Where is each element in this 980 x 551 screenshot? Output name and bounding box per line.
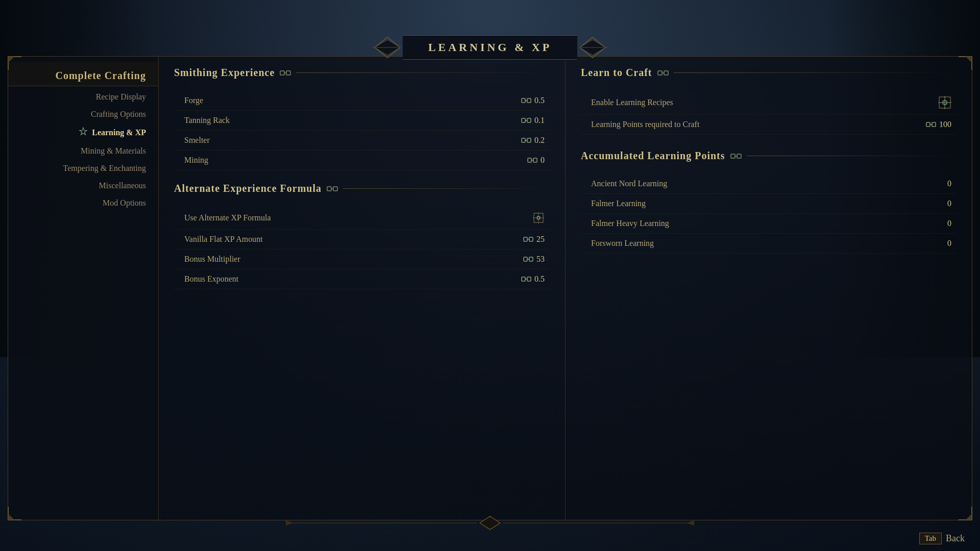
svg-rect-24 bbox=[533, 158, 537, 162]
accumulated-icon bbox=[730, 152, 742, 160]
svg-rect-39 bbox=[522, 277, 525, 281]
sidebar-section-title: Complete Crafting bbox=[8, 62, 158, 86]
header-right-ornament bbox=[577, 35, 608, 60]
sidebar-label-recipe-display: Recipe Display bbox=[96, 92, 146, 102]
tanning-rack-row[interactable]: Tanning Rack 0.1 bbox=[174, 111, 550, 131]
use-alternate-xp-row[interactable]: Use Alternate XP Formula bbox=[174, 207, 550, 230]
svg-rect-51 bbox=[932, 122, 936, 127]
falmer-heavy-value: 0 bbox=[947, 219, 951, 228]
svg-rect-20 bbox=[522, 138, 525, 142]
bonus-multiplier-row[interactable]: Bonus Multiplier 53 bbox=[174, 249, 550, 269]
sidebar-item-miscellaneous[interactable]: Miscellaneous bbox=[8, 177, 158, 194]
sidebar-item-mining-materials[interactable]: Mining & Materials bbox=[8, 142, 158, 160]
smithing-experience-header: Smithing Experience bbox=[174, 67, 550, 83]
multiplier-link-icon bbox=[523, 256, 533, 263]
learning-points-required-label: Learning Points required to Craft bbox=[591, 120, 699, 129]
vanilla-flat-xp-value: 25 bbox=[523, 235, 545, 244]
svg-rect-50 bbox=[926, 122, 930, 127]
sidebar-icon-learning-xp bbox=[79, 127, 88, 138]
enable-learning-recipes-row[interactable]: Enable Learning Recipes bbox=[581, 91, 957, 115]
back-button[interactable]: Tab Back bbox=[919, 533, 965, 544]
header-title: LEARNING & XP bbox=[428, 41, 552, 54]
smithing-experience-group: Smithing Experience Forge bbox=[174, 67, 550, 170]
learning-points-required-row[interactable]: Learning Points required to Craft 100 bbox=[581, 115, 957, 135]
bonus-multiplier-value: 53 bbox=[523, 255, 545, 264]
forge-value: 0.5 bbox=[521, 96, 545, 105]
smithing-experience-title: Smithing Experience bbox=[174, 67, 275, 79]
sidebar-label-learning-xp: Learning & XP bbox=[92, 128, 146, 137]
sidebar-label-miscellaneous: Miscellaneous bbox=[99, 181, 146, 190]
bonus-exponent-label: Bonus Exponent bbox=[184, 274, 238, 284]
use-alternate-xp-label: Use Alternate XP Formula bbox=[184, 213, 271, 222]
sidebar-label-mining-materials: Mining & Materials bbox=[81, 146, 146, 156]
content-right: Learn to Craft Enable Learning Recipes bbox=[566, 57, 972, 520]
use-alternate-xp-value bbox=[532, 212, 545, 224]
svg-marker-8 bbox=[8, 514, 14, 520]
alternate-experience-title: Alternate Experience Formula bbox=[174, 183, 322, 194]
svg-rect-18 bbox=[527, 118, 531, 122]
bottom-bar: Tab Back bbox=[0, 525, 980, 551]
forsworn-value: 0 bbox=[947, 239, 951, 248]
svg-rect-14 bbox=[522, 98, 525, 103]
vanilla-flat-xp-row[interactable]: Vanilla Flat XP Amount 25 bbox=[174, 230, 550, 249]
learn-to-craft-title: Learn to Craft bbox=[581, 67, 652, 79]
svg-rect-21 bbox=[527, 138, 531, 142]
falmer-heavy-label: Falmer Heavy Learning bbox=[591, 219, 669, 228]
learn-craft-icon bbox=[657, 69, 669, 77]
bonus-multiplier-label: Bonus Multiplier bbox=[184, 255, 240, 264]
sidebar-item-crafting-options[interactable]: Crafting Options bbox=[8, 106, 158, 123]
falmer-row[interactable]: Falmer Learning 0 bbox=[581, 194, 957, 214]
svg-rect-12 bbox=[286, 71, 290, 75]
forsworn-row[interactable]: Forsworn Learning 0 bbox=[581, 234, 957, 254]
svg-marker-60 bbox=[687, 520, 694, 525]
accumulated-learning-header: Accumulated Learning Points bbox=[581, 150, 957, 166]
mining-link-icon bbox=[527, 157, 537, 164]
svg-rect-15 bbox=[527, 98, 531, 103]
svg-marker-9 bbox=[966, 514, 972, 520]
tanning-link-icon bbox=[521, 117, 531, 124]
accumulated-learning-group: Accumulated Learning Points Ancient Nord… bbox=[581, 150, 957, 254]
corner-br bbox=[958, 506, 973, 521]
sidebar-item-mod-options[interactable]: Mod Options bbox=[8, 194, 158, 212]
content-left: Smithing Experience Forge bbox=[159, 57, 566, 520]
svg-rect-17 bbox=[522, 118, 525, 122]
svg-rect-23 bbox=[528, 158, 531, 162]
forge-label: Forge bbox=[184, 96, 203, 105]
sidebar-item-recipe-display[interactable]: Recipe Display bbox=[8, 88, 158, 106]
ancient-nord-label: Ancient Nord Learning bbox=[591, 179, 667, 188]
accumulated-learning-title: Accumulated Learning Points bbox=[581, 150, 725, 162]
alternate-experience-group: Alternate Experience Formula Use Alterna… bbox=[174, 183, 550, 289]
svg-rect-37 bbox=[529, 257, 533, 261]
mining-row[interactable]: Mining 0 bbox=[174, 151, 550, 170]
smelter-label: Smelter bbox=[184, 136, 210, 145]
svg-rect-34 bbox=[529, 237, 533, 241]
svg-rect-36 bbox=[524, 257, 527, 261]
exponent-link-icon bbox=[521, 276, 531, 283]
alternate-xp-toggle-icon bbox=[532, 212, 545, 224]
learning-points-link-icon bbox=[926, 121, 936, 128]
tab-key: Tab bbox=[919, 533, 942, 544]
back-label: Back bbox=[946, 533, 965, 544]
tanning-rack-value: 0.1 bbox=[521, 116, 545, 125]
sidebar-item-tempering-enchanting[interactable]: Tempering & Enchanting bbox=[8, 160, 158, 177]
smelter-row[interactable]: Smelter 0.2 bbox=[174, 131, 550, 151]
svg-marker-10 bbox=[80, 128, 87, 135]
alternate-experience-icon bbox=[327, 185, 338, 193]
ancient-nord-value: 0 bbox=[947, 179, 951, 188]
svg-rect-11 bbox=[280, 71, 284, 75]
bonus-exponent-row[interactable]: Bonus Exponent 0.5 bbox=[174, 269, 550, 289]
forge-row[interactable]: Forge 0.5 bbox=[174, 91, 550, 111]
ancient-nord-row[interactable]: Ancient Nord Learning 0 bbox=[581, 174, 957, 194]
svg-rect-54 bbox=[737, 154, 741, 158]
smelter-value: 0.2 bbox=[521, 136, 545, 145]
svg-rect-42 bbox=[658, 71, 662, 75]
falmer-heavy-row[interactable]: Falmer Heavy Learning 0 bbox=[581, 214, 957, 234]
svg-rect-53 bbox=[731, 154, 735, 158]
mining-value: 0 bbox=[527, 156, 545, 165]
falmer-label: Falmer Learning bbox=[591, 199, 646, 208]
learn-to-craft-header: Learn to Craft bbox=[581, 67, 957, 83]
sidebar: Complete Crafting Recipe Display Craftin… bbox=[8, 57, 159, 520]
sidebar-item-learning-xp[interactable]: Learning & XP bbox=[8, 123, 158, 142]
mining-label: Mining bbox=[184, 156, 208, 165]
svg-marker-59 bbox=[286, 520, 293, 525]
